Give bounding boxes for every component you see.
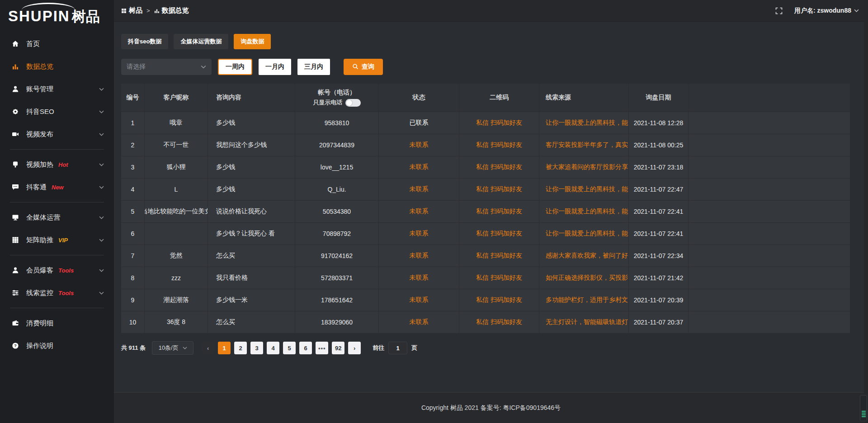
next-page-button[interactable]: ›: [348, 342, 361, 354]
cell-qrcode-link[interactable]: 私信 扫码加好友: [459, 179, 539, 200]
cell-qrcode-link[interactable]: 私信 扫码加好友: [459, 201, 539, 222]
query-button-label: 查询: [362, 63, 374, 71]
cell-date: 2021-11-07 22:47: [629, 179, 689, 200]
cell-content: 我只看价格: [208, 267, 295, 289]
cell-qrcode-link[interactable]: 私信 扫码加好友: [459, 245, 539, 267]
range-month-button[interactable]: 一月内: [259, 59, 291, 75]
page-size-select[interactable]: 10条/页: [152, 341, 193, 355]
range-quarter-button[interactable]: 三月内: [297, 59, 330, 75]
cell-source-link[interactable]: 让你一眼就爱上的黑科技，能...: [539, 112, 629, 134]
page-button-3[interactable]: 3: [250, 342, 263, 354]
scrollbar-track[interactable]: [864, 0, 868, 423]
tools-badge: Tools: [58, 290, 74, 296]
table-row: 5 当地比较能吃的一位美女 说说价格让我死心 50534380 未联系 私信 扫…: [121, 200, 850, 222]
cell-source-link[interactable]: 让你一眼就爱上的黑科技，能...: [539, 223, 629, 244]
cell-source-link[interactable]: 多功能护栏灯，适用于乡村文...: [539, 289, 629, 311]
sidebar-item-data-overview[interactable]: 数据总览: [0, 55, 114, 78]
cell-qrcode-link[interactable]: 私信 扫码加好友: [459, 112, 539, 134]
total-count-label: 共 911 条: [121, 344, 146, 352]
cell-status: 未联系: [379, 156, 459, 178]
cell-qrcode-link[interactable]: 私信 扫码加好友: [459, 311, 539, 333]
chevron-down-icon: [99, 216, 104, 219]
cell-nickname: [145, 223, 208, 244]
sidebar-item-label: 数据总览: [26, 62, 53, 71]
cell-source-link[interactable]: 感谢大家喜欢我家，被问了好...: [539, 245, 629, 267]
sidebar-item-home[interactable]: 首页: [0, 33, 114, 55]
cell-qrcode-link[interactable]: 私信 扫码加好友: [459, 267, 539, 289]
page-button-92[interactable]: 92: [332, 342, 344, 354]
phone-only-toggle[interactable]: [345, 99, 361, 107]
sidebar-item-lead-monitor[interactable]: 线索监控 Tools: [0, 282, 114, 304]
cell-qrcode-link[interactable]: 私信 扫码加好友: [459, 156, 539, 178]
copyright-text: Copyright 树品 2021 备案号: 粤ICP备09019646号: [421, 404, 561, 412]
cell-date: 2021-11-07 22:41: [629, 201, 689, 222]
logo-arc: [22, 3, 75, 10]
cell-status: 未联系: [379, 134, 459, 156]
prev-page-button[interactable]: ‹: [202, 342, 214, 354]
col-header-content: 咨询内容: [208, 84, 295, 112]
cell-date: 2021-11-08 00:25: [629, 134, 689, 156]
page-button-1[interactable]: 1: [218, 342, 231, 354]
sidebar-item-label: 消费明细: [26, 319, 53, 328]
filter-select-placeholder: 请选择: [127, 63, 146, 71]
wallet-icon: [12, 320, 20, 327]
sidebar-item-member-leads[interactable]: 会员爆客 Tools: [0, 259, 114, 282]
cell-source-link[interactable]: 无主灯设计，智能磁吸轨道灯...: [539, 311, 629, 333]
cell-source-link[interactable]: 被大家追着问的客厅投影分享...: [539, 156, 629, 178]
cell-nickname: 不可一世: [145, 134, 208, 156]
sidebar-menu: 首页 数据总览 账号管理 抖音SEO 视频发布 视频加热 Hot: [0, 28, 114, 357]
cell-qrcode-link[interactable]: 私信 扫码加好友: [459, 289, 539, 311]
cell-content: 多少钱: [208, 179, 295, 200]
sidebar-item-account-mgmt[interactable]: 账号管理: [0, 78, 114, 100]
home-icon: [12, 40, 20, 47]
sidebar-divider: [10, 308, 104, 308]
table-row: 3 狐小狸 多少钱 love__1215 未联系 私信 扫码加好友 被大家追着问…: [121, 156, 850, 178]
grid-icon: [12, 236, 20, 244]
cell-qrcode-link[interactable]: 私信 扫码加好友: [459, 134, 539, 156]
cell-source-link[interactable]: 客厅安装投影半年多了，真实...: [539, 134, 629, 156]
cell-date: 2021-11-07 20:39: [629, 289, 689, 311]
cell-source-link[interactable]: 如何正确选择投影仪，买投影...: [539, 267, 629, 289]
phone-only-label: 只显示电话: [313, 99, 343, 107]
cell-qrcode-link[interactable]: 私信 扫码加好友: [459, 223, 539, 244]
range-week-button[interactable]: 一周内: [218, 59, 252, 75]
filter-select[interactable]: 请选择: [121, 59, 212, 75]
sidebar-item-omnimedia[interactable]: 全媒体运营: [0, 206, 114, 229]
chevron-down-icon: [201, 65, 206, 69]
page-button-2[interactable]: 2: [234, 342, 247, 354]
tab-douyin-seo-data[interactable]: 抖音seo数据: [121, 34, 168, 49]
cell-filler: [689, 112, 850, 134]
page-button-5[interactable]: 5: [283, 342, 296, 354]
cell-date: 2021-11-07 23:18: [629, 156, 689, 178]
tab-omnimedia-data[interactable]: 全媒体运营数据: [174, 34, 228, 49]
sidebar-item-label: 全媒体运营: [26, 213, 60, 222]
sidebar-item-spending-detail[interactable]: 消费明细: [0, 312, 114, 334]
sidebar-item-help[interactable]: ? 操作说明: [0, 334, 114, 357]
breadcrumb-current[interactable]: 数据总览: [154, 6, 189, 15]
cell-content: 说说价格让我死心: [208, 201, 295, 222]
page-button-4[interactable]: 4: [267, 342, 279, 354]
page-button-6[interactable]: 6: [299, 342, 312, 354]
sidebar-item-matrix-boost[interactable]: 矩阵助推 VIP: [0, 229, 114, 251]
floating-widget[interactable]: [860, 395, 867, 421]
cell-source-link[interactable]: 让你一眼就爱上的黑科技，能...: [539, 179, 629, 200]
more-pages-button[interactable]: •••: [316, 342, 328, 354]
sidebar-item-douyin-seo[interactable]: 抖音SEO: [0, 100, 114, 123]
sidebar-item-label: 抖音SEO: [26, 108, 54, 116]
sidebar-item-douketong[interactable]: 抖客通 New: [0, 176, 114, 198]
logo: SHUPIN树品: [0, 0, 114, 28]
chevron-down-icon: [99, 88, 104, 91]
tab-inquiry-data[interactable]: 询盘数据: [234, 34, 271, 49]
breadcrumb-home[interactable]: 树品: [121, 6, 142, 15]
fullscreen-icon[interactable]: [775, 7, 783, 14]
cell-date: 2021-11-07 22:41: [629, 223, 689, 244]
sidebar-item-video-publish[interactable]: 视频发布: [0, 123, 114, 146]
user-menu[interactable]: 用户名: zswodun88: [794, 7, 859, 15]
jump-page-input[interactable]: [388, 342, 407, 354]
table-row: 10 36度 8 怎么买 183929060 未联系 私信 扫码加好友 无主灯设…: [121, 311, 850, 333]
sidebar-divider: [10, 149, 104, 150]
sidebar-item-video-heat[interactable]: 视频加热 Hot: [0, 153, 114, 176]
cell-source-link[interactable]: 让你一眼就爱上的黑科技，能...: [539, 201, 629, 222]
sidebar: SHUPIN树品 首页 数据总览 账号管理 抖音SEO 视频发布: [0, 0, 114, 423]
query-button[interactable]: 查询: [344, 59, 383, 75]
